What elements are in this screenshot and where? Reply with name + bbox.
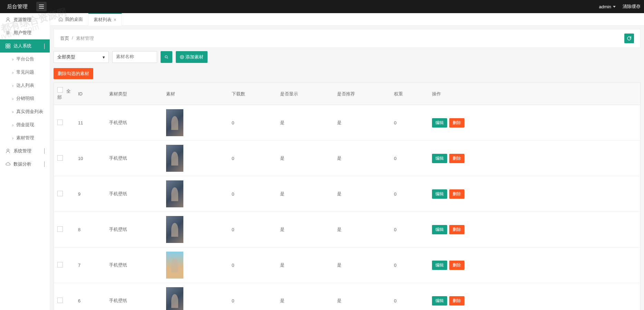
edit-button[interactable]: 编辑 bbox=[432, 225, 447, 234]
menu-toggle-button[interactable] bbox=[36, 2, 47, 11]
hamburger-icon bbox=[39, 4, 44, 9]
cell-downloads: 0 bbox=[228, 247, 277, 283]
cell-type: 手机壁纸 bbox=[106, 141, 163, 176]
user-icon bbox=[5, 17, 11, 22]
cell-recommend: 是 bbox=[334, 212, 391, 247]
header-right: admin 清除缓存 bbox=[599, 3, 641, 10]
sidebar-sub-commission[interactable]: 真实佣金列表 bbox=[0, 105, 50, 118]
svg-point-1 bbox=[7, 32, 9, 34]
th-checkbox: 全部 bbox=[54, 83, 75, 105]
material-thumbnail[interactable] bbox=[166, 252, 183, 279]
user-menu[interactable]: admin bbox=[599, 4, 616, 9]
material-thumbnail[interactable] bbox=[166, 287, 183, 310]
add-material-button[interactable]: 添加素材 bbox=[176, 51, 208, 63]
sidebar-label: 数据分析 bbox=[13, 161, 31, 167]
cell-weight: 0 bbox=[391, 247, 429, 283]
clear-cache-link[interactable]: 清除缓存 bbox=[623, 3, 641, 10]
sidebar-item-talent[interactable]: 达人系统 bbox=[0, 39, 50, 53]
sidebar-sub-faq[interactable]: 常见问题 bbox=[0, 66, 50, 79]
material-thumbnail[interactable] bbox=[166, 109, 183, 136]
row-checkbox[interactable] bbox=[57, 191, 63, 196]
row-checkbox[interactable] bbox=[57, 298, 63, 303]
chevron-right-icon bbox=[44, 162, 45, 167]
material-thumbnail[interactable] bbox=[166, 180, 183, 207]
breadcrumb-home[interactable]: 首页 bbox=[60, 35, 69, 41]
table-wrap: 全部 ID 素材类型 素材 下载数 是否显示 是否推荐 权重 操作 bbox=[54, 83, 641, 310]
edit-button[interactable]: 编辑 bbox=[432, 296, 447, 306]
sidebar-sub-announce[interactable]: 平台公告 bbox=[0, 53, 50, 66]
tab-desktop[interactable]: 我的桌面 bbox=[54, 13, 88, 25]
breadcrumb: 首页 / 素材管理 bbox=[60, 35, 94, 41]
cell-actions: 编辑 删除 bbox=[429, 105, 640, 141]
cell-thumb bbox=[163, 283, 228, 310]
svg-rect-2 bbox=[6, 44, 8, 46]
sidebar-sub-talent-list[interactable]: 达人列表 bbox=[0, 79, 50, 92]
sidebar-item-system[interactable]: 系统管理 bbox=[0, 144, 50, 158]
search-button[interactable] bbox=[161, 51, 172, 63]
filter-bar: 全部类型 ▾ 添加素材 bbox=[54, 51, 641, 63]
sidebar-item-users[interactable]: 用户管理 bbox=[0, 26, 50, 39]
sidebar-item-analytics[interactable]: 数据分析 bbox=[0, 158, 50, 171]
select-all-checkbox[interactable] bbox=[57, 87, 63, 93]
row-checkbox[interactable] bbox=[57, 226, 63, 232]
close-icon[interactable]: × bbox=[114, 17, 116, 22]
delete-selected-button[interactable]: 删除勾选的素材 bbox=[54, 68, 93, 79]
row-checkbox[interactable] bbox=[57, 262, 63, 267]
cell-show: 是 bbox=[277, 176, 334, 212]
row-checkbox[interactable] bbox=[57, 155, 63, 161]
search-input[interactable] bbox=[116, 54, 153, 59]
tab-bar: 我的桌面 素材列表 × bbox=[50, 13, 644, 26]
breadcrumb-current: 素材管理 bbox=[76, 35, 94, 41]
cell-downloads: 0 bbox=[228, 283, 277, 310]
cell-thumb bbox=[163, 141, 228, 176]
plus-circle-icon bbox=[180, 55, 184, 59]
th-material: 素材 bbox=[163, 83, 228, 105]
edit-button[interactable]: 编辑 bbox=[432, 261, 447, 270]
delete-button[interactable]: 删除 bbox=[449, 225, 464, 234]
cell-recommend: 是 bbox=[334, 176, 391, 212]
delete-button[interactable]: 删除 bbox=[449, 261, 464, 270]
row-checkbox[interactable] bbox=[57, 120, 63, 125]
cell-downloads: 0 bbox=[228, 141, 277, 176]
delete-button[interactable]: 删除 bbox=[449, 118, 464, 128]
cell-thumb bbox=[163, 176, 228, 212]
cell-type: 手机壁纸 bbox=[106, 247, 163, 283]
svg-rect-5 bbox=[8, 46, 10, 48]
edit-button[interactable]: 编辑 bbox=[432, 118, 447, 128]
sidebar-sub-distribution[interactable]: 分销明细 bbox=[0, 92, 50, 105]
cell-actions: 编辑 删除 bbox=[429, 141, 640, 176]
th-id: ID bbox=[75, 83, 106, 105]
delete-button[interactable]: 删除 bbox=[449, 296, 464, 306]
app-title: 后台管理 bbox=[3, 3, 31, 10]
cell-downloads: 0 bbox=[228, 176, 277, 212]
cell-show: 是 bbox=[277, 283, 334, 310]
sidebar-sub-withdraw[interactable]: 佣金提现 bbox=[0, 118, 50, 131]
delete-button[interactable]: 删除 bbox=[449, 154, 464, 163]
cell-show: 是 bbox=[277, 247, 334, 283]
cell-type: 手机壁纸 bbox=[106, 212, 163, 247]
search-input-wrap bbox=[112, 51, 157, 63]
table-row: 10 手机壁纸 0 是 是 0 编辑 删除 bbox=[54, 141, 640, 176]
tab-material-list[interactable]: 素材列表 × bbox=[88, 13, 122, 26]
tab-label: 我的桌面 bbox=[65, 16, 83, 22]
sidebar-item-resource[interactable]: 资源管理 bbox=[0, 13, 50, 26]
material-thumbnail[interactable] bbox=[166, 145, 183, 172]
sidebar-sub-material[interactable]: 素材管理 bbox=[0, 131, 50, 144]
refresh-button[interactable] bbox=[624, 34, 634, 43]
table-row: 8 手机壁纸 0 是 是 0 编辑 删除 bbox=[54, 212, 640, 247]
delete-button[interactable]: 删除 bbox=[449, 189, 464, 199]
cell-show: 是 bbox=[277, 141, 334, 176]
edit-button[interactable]: 编辑 bbox=[432, 154, 447, 163]
svg-point-0 bbox=[7, 18, 9, 20]
grid-icon bbox=[5, 43, 11, 49]
material-thumbnail[interactable] bbox=[166, 216, 183, 243]
breadcrumb-separator: / bbox=[72, 35, 73, 41]
search-icon bbox=[165, 55, 168, 59]
th-actions: 操作 bbox=[429, 83, 640, 105]
cell-recommend: 是 bbox=[334, 141, 391, 176]
cell-show: 是 bbox=[277, 212, 334, 247]
header-bar: 后台管理 admin 清除缓存 bbox=[0, 0, 644, 13]
type-select[interactable]: 全部类型 ▾ bbox=[54, 51, 109, 63]
th-show: 是否显示 bbox=[277, 83, 334, 105]
edit-button[interactable]: 编辑 bbox=[432, 189, 447, 199]
